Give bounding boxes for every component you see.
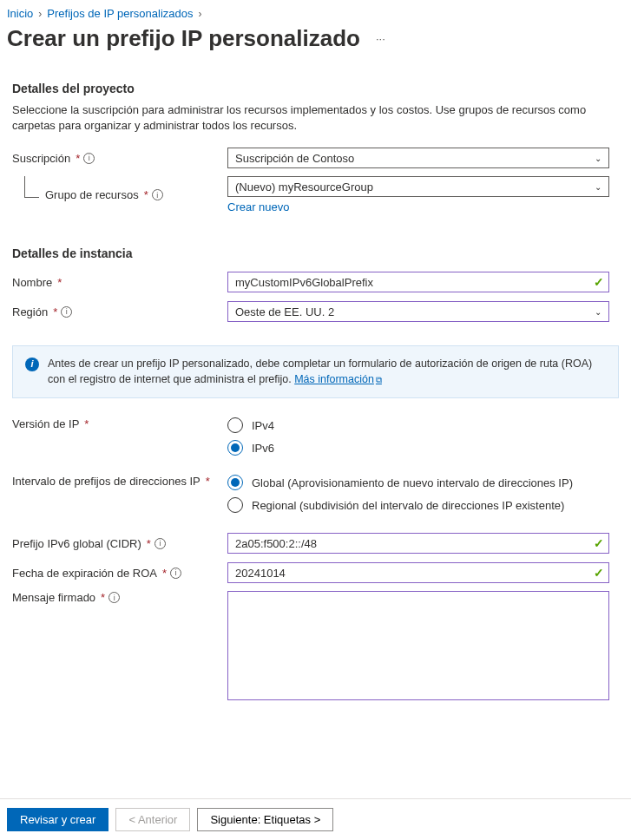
radio-checked-icon: [227, 440, 243, 456]
instance-details-heading: Detalles de instancia: [12, 246, 619, 260]
project-details-description: Seleccione la suscripción para administr…: [12, 102, 619, 133]
ip-range-label: Intervalo de prefijos de direcciones IP*: [12, 475, 227, 488]
radio-icon: [227, 417, 243, 433]
breadcrumb: Inicio › Prefijos de IP personalizados ›: [0, 0, 631, 23]
roa-date-input[interactable]: [227, 562, 609, 583]
title-row: Crear un prefijo IP personalizado ···: [0, 23, 631, 61]
next-button[interactable]: Siguiente: Etiquetas >: [197, 808, 333, 831]
ip-version-label: Versión de IP*: [12, 417, 227, 430]
chevron-down-icon: ⌄: [595, 154, 601, 163]
info-icon[interactable]: i: [170, 568, 181, 579]
regional-radio[interactable]: Regional (subdivisión del intervalo de d…: [227, 497, 609, 513]
subscription-label: Suscripción* i: [12, 152, 227, 165]
cidr-input[interactable]: [227, 533, 609, 554]
info-icon[interactable]: i: [108, 592, 120, 603]
signed-message-label: Mensaje firmado* i: [12, 591, 227, 604]
review-create-button[interactable]: Revisar y crear: [7, 808, 108, 831]
resource-group-label: Grupo de recursos* i: [12, 188, 227, 201]
external-link-icon: ⧉: [376, 375, 382, 384]
region-label: Región* i: [12, 305, 227, 318]
previous-button[interactable]: < Anterior: [115, 808, 190, 831]
info-icon: i: [25, 358, 39, 371]
name-label: Nombre*: [12, 276, 227, 289]
info-banner: i Antes de crear un prefijo IP personali…: [12, 345, 619, 398]
radio-icon: [227, 497, 243, 513]
footer: Revisar y crear < Anterior Siguiente: Et…: [0, 798, 631, 840]
chevron-right-icon: ›: [199, 8, 202, 20]
info-icon[interactable]: i: [152, 189, 163, 200]
breadcrumb-home[interactable]: Inicio: [7, 7, 33, 20]
roa-date-label: Fecha de expiración de ROA* i: [12, 567, 227, 580]
info-icon[interactable]: i: [61, 306, 72, 318]
project-details-heading: Detalles del proyecto: [12, 82, 619, 95]
name-input[interactable]: [227, 272, 609, 292]
region-select[interactable]: Oeste de EE. UU. 2 ⌄: [227, 301, 609, 322]
chevron-right-icon: ›: [38, 8, 42, 20]
info-icon[interactable]: i: [83, 153, 95, 164]
ipv4-radio[interactable]: IPv4: [227, 417, 609, 433]
subscription-select[interactable]: Suscripción de Contoso ⌄: [227, 148, 609, 168]
more-actions-button[interactable]: ···: [371, 32, 391, 45]
signed-message-textarea[interactable]: [227, 591, 609, 700]
checkmark-icon: ✓: [594, 275, 604, 289]
checkmark-icon: ✓: [594, 536, 604, 550]
cidr-label: Prefijo IPv6 global (CIDR)* i: [12, 537, 227, 550]
radio-checked-icon: [227, 475, 243, 490]
create-new-link[interactable]: Crear nuevo: [227, 200, 290, 213]
global-radio[interactable]: Global (Aprovisionamiento de nuevo inter…: [227, 475, 609, 490]
learn-more-link[interactable]: Más información⧉: [294, 373, 382, 385]
page-title: Crear un prefijo IP personalizado: [7, 25, 360, 52]
ipv6-radio[interactable]: IPv6: [227, 440, 609, 456]
chevron-down-icon: ⌄: [595, 307, 601, 317]
breadcrumb-prefixes[interactable]: Prefijos de IP personalizados: [47, 7, 193, 20]
chevron-down-icon: ⌄: [595, 182, 601, 192]
info-icon[interactable]: i: [154, 538, 166, 549]
checkmark-icon: ✓: [594, 566, 604, 580]
resource-group-select[interactable]: (Nuevo) myResourceGroup ⌄: [227, 176, 609, 197]
